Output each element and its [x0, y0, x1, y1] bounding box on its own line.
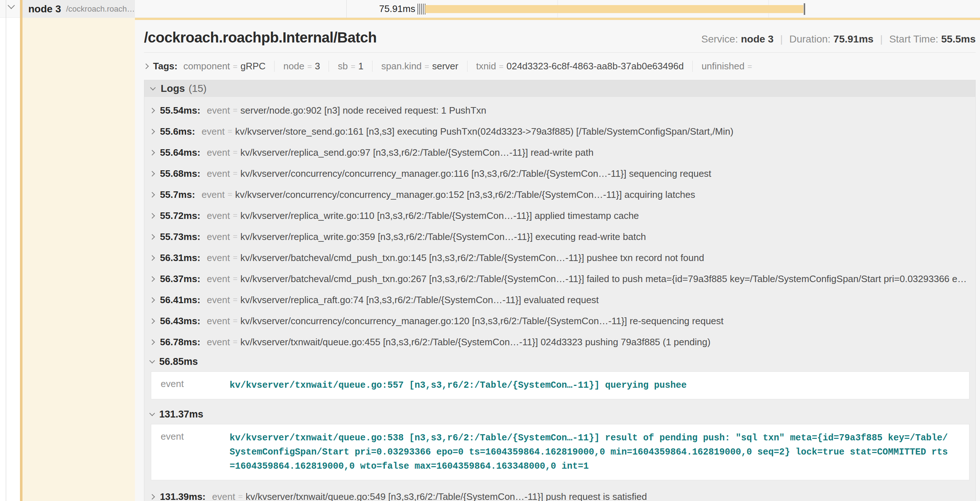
span-name-cell[interactable]: node 3 /cockroach.roach… [22, 0, 135, 18]
log-value: kv/kvserver/store_send.go:161 [n3,s3] ex… [235, 126, 970, 137]
span-meta: Service: node 3 | Duration: 75.91ms | St… [702, 34, 976, 45]
operation-name: /cockroach.roach… [66, 4, 135, 14]
chevron-right-icon[interactable] [150, 339, 155, 345]
logs-count: (15) [189, 83, 207, 94]
log-value: kv/kvserver/concurrency/concurrency_mana… [235, 189, 970, 200]
log-event-detail: event kv/kvserver/txnwait/queue.go:557 [… [151, 372, 969, 399]
chevron-right-icon[interactable] [150, 255, 155, 261]
log-row[interactable]: 55.64ms: event = kv/kvserver/replica_sen… [150, 142, 970, 163]
event-value: kv/kvserver/txnwait/queue.go:538 [n3,s3,… [229, 431, 953, 474]
page-title: /cockroach.roachpb.Internal/Batch [144, 29, 377, 46]
chevron-right-icon[interactable] [150, 192, 155, 198]
log-key: event [212, 491, 235, 501]
log-row[interactable]: 56.31ms: event = kv/kvserver/batcheval/c… [150, 247, 970, 268]
log-row[interactable]: 55.54ms: event = server/node.go:902 [n3]… [150, 100, 970, 121]
chevron-right-icon[interactable] [150, 129, 155, 134]
equals-sign: = [233, 169, 237, 178]
log-key: event [207, 231, 230, 243]
log-row[interactable]: 56.37ms: event = kv/kvserver/batcheval/c… [150, 268, 970, 289]
log-row[interactable]: 131.39ms: event = kv/kvserver/txnwait/qu… [150, 486, 970, 501]
log-timestamp: 56.78ms: [160, 337, 200, 348]
log-row[interactable]: 56.43ms: event = kv/kvserver/concurrency… [150, 310, 970, 332]
header-divider [144, 52, 976, 53]
log-key: event [202, 126, 225, 137]
log-tick-end [804, 3, 805, 15]
start-time-value: 55.5ms [941, 34, 976, 45]
log-row[interactable]: 55.68ms: event = kv/kvserver/concurrency… [150, 163, 970, 184]
span-timeline-bar[interactable] [425, 5, 803, 13]
log-row[interactable]: 55.72ms: event = kv/kvserver/replica_wri… [150, 205, 970, 226]
log-tick-marks [417, 4, 425, 14]
span-duration-label: 75.91ms [363, 0, 415, 18]
start-time-label: Start Time: [889, 34, 938, 45]
log-timestamp: 131.39ms: [160, 491, 206, 501]
chevron-down-icon[interactable] [150, 410, 155, 416]
tag-value: 024d3323-6c8f-4863-aa8b-37ab0e63496d [506, 61, 684, 72]
log-timestamp: 56.85ms [159, 356, 198, 367]
log-timestamp: 56.41ms: [160, 294, 200, 306]
left-gutter-divider [6, 0, 6, 501]
log-key: event [207, 337, 230, 348]
chevron-right-icon[interactable] [143, 64, 149, 69]
log-timestamp: 55.68ms: [160, 168, 200, 179]
log-timestamp: 55.64ms: [160, 147, 200, 158]
span-row: 75.91ms [0, 0, 980, 18]
chevron-right-icon[interactable] [150, 276, 155, 282]
log-row[interactable]: 55.6ms: event = kv/kvserver/store_send.g… [150, 121, 970, 142]
tag-node: node = 3 [283, 61, 329, 72]
equals-sign: = [351, 62, 355, 72]
log-timestamp: 55.72ms: [160, 210, 200, 222]
logs-title: Logs [161, 83, 185, 94]
log-key: event [207, 316, 230, 327]
log-row[interactable]: 56.41ms: event = kv/kvserver/replica_raf… [150, 289, 970, 310]
chevron-right-icon[interactable] [150, 171, 155, 176]
log-key: event [207, 147, 230, 158]
meta-separator: | [880, 34, 883, 45]
detail-row-left-fill [22, 18, 135, 501]
chevron-right-icon[interactable] [150, 213, 155, 219]
equals-sign: = [499, 62, 504, 72]
log-value: kv/kvserver/txnwait/queue.go:455 [n3,s3,… [240, 337, 970, 348]
chevron-right-icon[interactable] [150, 150, 155, 155]
equals-sign: = [228, 190, 232, 199]
log-key: event [207, 273, 230, 285]
chevron-right-icon[interactable] [150, 234, 155, 239]
log-key: event [207, 210, 230, 222]
log-value: kv/kvserver/batcheval/cmd_push_txn.go:26… [240, 273, 970, 285]
log-value: kv/kvserver/replica_write.go:359 [n3,s3,… [240, 231, 970, 243]
chevron-down-icon[interactable] [150, 85, 156, 90]
log-timestamp: 55.7ms: [160, 189, 195, 200]
log-row-expanded-header[interactable]: 131.37ms [150, 405, 970, 423]
chevron-right-icon[interactable] [150, 318, 155, 324]
log-row-expanded-header[interactable]: 56.85ms [150, 353, 970, 371]
equals-sign: = [233, 232, 237, 241]
equals-sign: = [233, 62, 237, 72]
equals-sign: = [233, 295, 237, 305]
service-value: node 3 [741, 34, 774, 45]
duration-label: Duration: [789, 34, 830, 45]
log-value: kv/kvserver/replica_raft.go:74 [n3,s3,r6… [240, 294, 970, 306]
chevron-down-icon[interactable] [8, 2, 15, 9]
tag-txnid: txnid = 024d3323-6c8f-4863-aa8b-37ab0e63… [476, 61, 693, 72]
event-key-label: event [151, 378, 229, 393]
log-key: event [207, 168, 230, 179]
equals-sign: = [233, 274, 237, 284]
span-color-stripe [20, 0, 22, 501]
chevron-right-icon[interactable] [150, 494, 155, 499]
log-row[interactable]: 55.7ms: event = kv/kvserver/concurrency/… [150, 184, 970, 205]
log-key: event [207, 105, 230, 116]
logs-section: Logs (15) 55.54ms: event = server/node.g… [144, 80, 976, 501]
log-row[interactable]: 56.78ms: event = kv/kvserver/txnwait/que… [150, 332, 970, 353]
logs-header[interactable]: Logs (15) [144, 80, 975, 97]
tags-section[interactable]: Tags: component = gRPC node = 3 sb = 1 s… [144, 61, 976, 72]
log-row[interactable]: 55.73ms: event = kv/kvserver/replica_wri… [150, 226, 970, 247]
equals-sign: = [233, 253, 237, 262]
tag-key: txnid [476, 61, 496, 72]
span-detail-panel: /cockroach.roachpb.Internal/Batch Servic… [135, 20, 980, 501]
chevron-right-icon[interactable] [150, 297, 155, 303]
log-timestamp: 56.37ms: [160, 273, 200, 285]
column-divider[interactable] [346, 0, 347, 18]
chevron-right-icon[interactable] [150, 107, 155, 113]
chevron-down-icon[interactable] [150, 357, 155, 364]
equals-sign: = [307, 62, 312, 72]
